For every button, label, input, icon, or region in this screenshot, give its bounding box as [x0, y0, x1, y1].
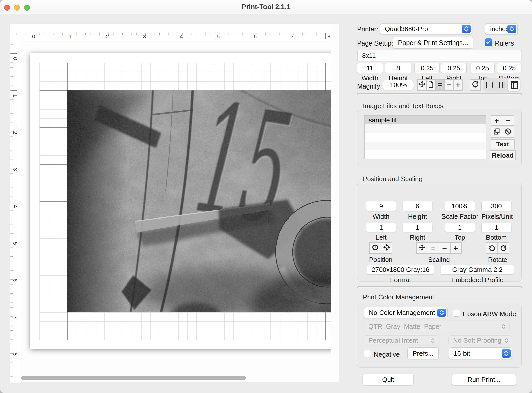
file-list-empty-row[interactable]: [365, 124, 486, 133]
file-list-empty-row[interactable]: [365, 142, 486, 150]
close-window-button[interactable]: [4, 5, 10, 11]
margin-left-field[interactable]: 0.25: [414, 63, 440, 73]
file-list-empty-row[interactable]: [365, 133, 486, 142]
separator-bar: [357, 93, 522, 95]
fit-page-zoom-button[interactable]: [426, 80, 435, 90]
ruler-v-1: 1: [12, 92, 18, 99]
file-list-empty-row[interactable]: [365, 150, 486, 159]
file-list[interactable]: sample.tif: [364, 115, 486, 159]
view-grid-2x2-toggle[interactable]: [496, 79, 508, 91]
horizontal-ruler: 0 1 2 3 4 5 6 7 8: [10, 24, 331, 41]
position-buttons-label: Position: [362, 256, 400, 264]
ruler-v-0: 0: [12, 55, 18, 62]
magnify-label: Magnify:: [357, 82, 382, 90]
units-select[interactable]: inches: [485, 23, 518, 34]
chevron-up-down-gray-icon: [431, 337, 435, 346]
printer-select[interactable]: Quad3880-Pro: [380, 23, 472, 34]
scale-100-button[interactable]: =: [428, 243, 439, 253]
pan-view-button[interactable]: [418, 80, 426, 90]
run-print-button[interactable]: Run Print...: [452, 374, 516, 385]
image-bottom-field[interactable]: 1: [481, 223, 511, 232]
image-width-field[interactable]: 9: [366, 201, 396, 211]
image-left-label: Left: [366, 234, 396, 242]
embedded-profile-field: Gray Gamma 2.2: [441, 265, 514, 275]
view-single-page-toggle[interactable]: [484, 79, 496, 91]
ruler-h-5: 5: [217, 33, 220, 40]
reload-file-button[interactable]: Reload: [490, 150, 516, 160]
quadtone-curve-select: QTR_Gray_Matte_Paper: [364, 321, 510, 332]
scale-up-button[interactable]: +: [450, 243, 461, 253]
scale-down-button[interactable]: −: [439, 243, 450, 253]
remove-file-button[interactable]: −: [502, 115, 514, 126]
ruler-v-8: 8: [12, 351, 18, 357]
magnify-value-field[interactable]: 100%: [383, 80, 414, 90]
refresh-preview-button[interactable]: [470, 79, 481, 91]
image-right-label: Right: [403, 234, 432, 242]
margin-bottom-field[interactable]: 0.25: [497, 63, 521, 73]
rendering-intent-select: Perceptual Intent: [364, 335, 439, 345]
bit-depth-value: 16-bit: [454, 350, 470, 357]
ruler-v-4: 4: [12, 203, 18, 210]
chevron-up-down-icon: [437, 309, 446, 317]
rulers-checkbox[interactable]: [485, 38, 492, 46]
horizontal-scrollbar[interactable]: [21, 376, 246, 380]
vertical-ruler: 0 1 2 3 4 5 6 7 8: [10, 41, 20, 383]
add-text-box-button[interactable]: Text: [491, 139, 515, 149]
rotate-ccw-button[interactable]: [486, 243, 497, 253]
print-preview-canvas: 15 15: [10, 24, 339, 382]
files-section-title: Image Files and Text Boxes: [363, 102, 444, 110]
file-list-item-selected[interactable]: sample.tif: [365, 116, 486, 124]
separator-bar: [357, 286, 522, 288]
zoom-in-button[interactable]: +: [453, 80, 462, 90]
image-height-label: Height: [403, 213, 432, 221]
prefs-button[interactable]: Prefs...: [407, 347, 439, 359]
negative-checkbox[interactable]: [364, 350, 371, 357]
ruler-h-2: 2: [106, 33, 109, 40]
title-bar: Print-Tool 2.1.1: [0, 0, 532, 14]
image-width-label: Width: [366, 213, 396, 221]
epson-abw-checkbox[interactable]: [453, 309, 460, 317]
snap-position-button[interactable]: [381, 243, 392, 253]
image-left-field[interactable]: 1: [366, 223, 396, 232]
chevron-up-down-icon: [502, 349, 511, 358]
image-top-label: Top: [445, 234, 475, 242]
add-file-button[interactable]: +: [491, 115, 503, 126]
page-height-field[interactable]: 8: [385, 63, 411, 73]
image-right-field[interactable]: 1: [403, 223, 432, 232]
ruler-v-3: 3: [12, 166, 18, 173]
disable-file-button[interactable]: [502, 127, 514, 138]
minimize-window-button[interactable]: [14, 5, 20, 11]
horizontal-ruler-ticks: [10, 24, 331, 41]
image-height-field[interactable]: 6: [403, 201, 432, 211]
soft-proofing-value: No Soft Proofing: [453, 337, 501, 344]
zoom-100-button[interactable]: =: [435, 80, 444, 90]
margin-right-field[interactable]: 0.25: [441, 63, 467, 73]
ruler-v-7: 7: [12, 314, 18, 320]
page-width-field[interactable]: 11: [357, 63, 383, 73]
paper-print-settings-button[interactable]: Paper & Print Settings...: [393, 37, 473, 49]
printer-select-value: Quad3880-Pro: [385, 25, 428, 33]
ruler-h-3: 3: [143, 33, 146, 40]
checkmark-icon: [486, 39, 491, 45]
pixels-per-unit-field[interactable]: 300: [481, 201, 511, 211]
bit-depth-select[interactable]: 16-bit: [449, 347, 512, 359]
duplicate-file-button[interactable]: [491, 127, 503, 138]
clock-face-photo: 15 15: [67, 90, 331, 312]
window-title: Print-Tool 2.1.1: [0, 0, 532, 14]
paper-size-field[interactable]: 8x11: [357, 50, 521, 61]
rotate-cw-button[interactable]: [497, 243, 509, 253]
margin-top-field[interactable]: 0.25: [471, 63, 495, 73]
quit-button[interactable]: Quit: [363, 374, 414, 385]
fit-scaling-button[interactable]: [417, 243, 428, 253]
color-mode-select[interactable]: No Color Management: [364, 307, 448, 318]
center-position-button[interactable]: [370, 243, 381, 253]
zoom-window-button[interactable]: [24, 5, 30, 11]
zoom-out-button[interactable]: −: [444, 80, 453, 90]
ruler-h-7: 7: [291, 33, 294, 40]
placed-image-sample-tif[interactable]: 15 15: [67, 90, 331, 312]
image-top-field[interactable]: 1: [445, 223, 475, 232]
view-grid-fine-toggle[interactable]: [508, 79, 520, 91]
color-section-title: Print Color Management: [363, 293, 434, 301]
refresh-icon: [472, 80, 479, 90]
scale-factor-field[interactable]: 100%: [445, 201, 475, 211]
